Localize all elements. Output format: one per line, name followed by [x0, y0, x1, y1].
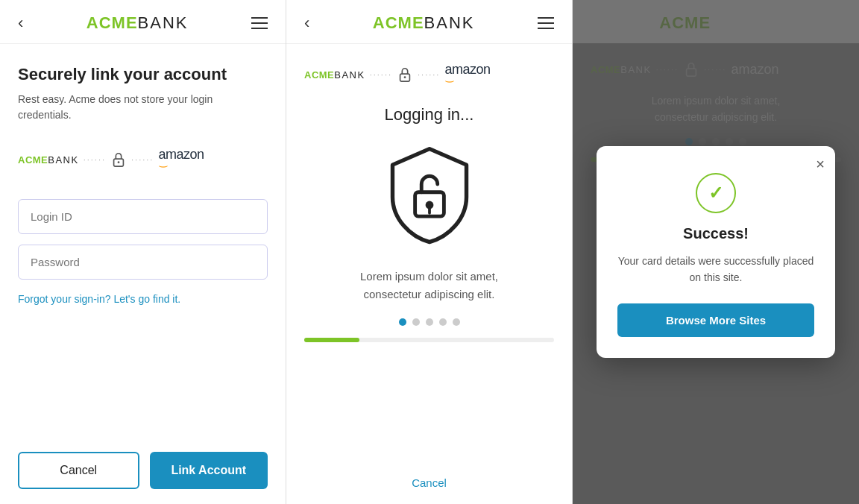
success-modal: × ✓ Success! Your card details were succ…: [597, 146, 835, 359]
password-group: [18, 245, 268, 280]
hamburger-menu-2[interactable]: [535, 14, 557, 32]
modal-overlay: × ✓ Success! Your card details were succ…: [573, 0, 859, 504]
hamburger-menu-1[interactable]: [248, 14, 271, 32]
svg-point-3: [404, 76, 406, 78]
page-indicator: [399, 318, 460, 326]
logo-bank-1: BANK: [138, 13, 189, 33]
cancel-button[interactable]: Cancel: [18, 452, 139, 489]
panel2-content: ACME BANK ······ ······ amazon ⌣ Logging…: [286, 44, 572, 504]
connection-logos-2: ACME BANK ······ ······ amazon ⌣: [304, 62, 490, 87]
shield-unlock-icon: [377, 142, 482, 247]
dots-p2-1: ······: [370, 70, 392, 79]
lock-icon-1: [110, 151, 127, 168]
header-1: ‹ ACME BANK: [0, 0, 286, 44]
svg-point-1: [118, 161, 120, 163]
panel1-content: Securely link your account Rest easy. Ac…: [0, 44, 286, 504]
hamburger-line: [538, 28, 554, 29]
modal-close-button[interactable]: ×: [816, 157, 825, 171]
acme-logo-connection: ACME BANK: [18, 154, 79, 166]
dot-2: [412, 318, 420, 326]
action-buttons: Cancel Link Account: [18, 452, 268, 489]
page-subtitle: Rest easy. Acme does not store your logi…: [18, 92, 268, 123]
back-button-2[interactable]: ‹: [301, 15, 312, 31]
success-body: Your card details were successfully plac…: [617, 253, 814, 286]
success-title: Success!: [683, 225, 749, 242]
amazon-logo-2: amazon ⌣: [444, 62, 490, 87]
cancel-button-2[interactable]: Cancel: [412, 476, 447, 489]
check-icon: ✓: [708, 183, 723, 204]
dot-1: [399, 318, 406, 326]
login-id-input[interactable]: [18, 199, 268, 234]
logo-acme-2: ACME: [373, 13, 424, 33]
success-check-circle: ✓: [696, 173, 736, 213]
dot-4: [439, 318, 447, 326]
logo-bank-2: BANK: [424, 13, 475, 33]
dot-3: [426, 318, 433, 326]
login-id-group: [18, 199, 268, 234]
lorem-text-2: Lorem ipsum dolor sit amet, consectetur …: [360, 268, 498, 303]
lock-icon-2: [397, 66, 413, 83]
panel-link-account: ‹ ACME BANK Securely link your account R…: [0, 0, 286, 504]
forgot-link[interactable]: Forgot your sign-in? Let's go find it.: [18, 293, 268, 305]
panel-success: ‹ ACME BANK ACME BANK ······: [573, 0, 859, 504]
dots-1: ······: [84, 155, 106, 164]
amazon-logo-1: amazon ⌣: [158, 147, 204, 172]
logo-2: ACME BANK: [373, 13, 475, 33]
panel-logging-in: ‹ ACME BANK ACME BANK ······ ······: [286, 0, 573, 504]
hamburger-line: [538, 17, 554, 19]
progress-bar-wrap: [304, 338, 554, 342]
hamburger-line: [538, 22, 554, 24]
back-button-1[interactable]: ‹: [15, 15, 26, 31]
dots-p2-2: ······: [418, 70, 440, 79]
hamburger-line: [251, 28, 268, 29]
dots-2: ······: [131, 155, 154, 164]
connection-logos-1: ACME BANK ······ ······ amazon ⌣: [18, 147, 268, 172]
logo-1: ACME BANK: [86, 13, 189, 33]
logging-in-title: Logging in...: [385, 105, 474, 125]
progress-bar-fill: [304, 338, 359, 342]
hamburger-line: [251, 17, 268, 19]
link-account-button[interactable]: Link Account: [150, 452, 268, 489]
password-input[interactable]: [18, 245, 268, 280]
hamburger-line: [251, 22, 268, 24]
page-title: Securely link your account: [18, 65, 268, 84]
acme-logo-connection-2: ACME BANK: [304, 69, 365, 81]
dot-5: [453, 318, 460, 326]
logo-acme-1: ACME: [86, 13, 138, 33]
header-2: ‹ ACME BANK: [286, 0, 572, 44]
browse-more-sites-button[interactable]: Browse More Sites: [617, 303, 814, 337]
